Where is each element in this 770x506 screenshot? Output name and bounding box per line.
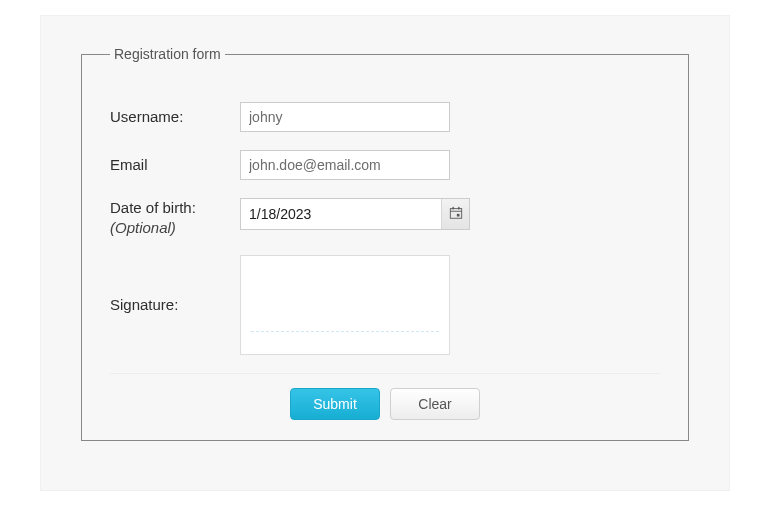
form-separator (110, 373, 660, 374)
row-email: Email (110, 150, 660, 180)
dob-label-wrap: Date of birth: (Optional) (110, 198, 240, 237)
svg-rect-4 (456, 213, 459, 216)
username-label: Username: (110, 107, 240, 127)
clear-button[interactable]: Clear (390, 388, 480, 420)
dob-input[interactable] (241, 199, 441, 229)
svg-rect-3 (458, 206, 459, 209)
email-label: Email (110, 155, 240, 175)
email-input[interactable] (240, 150, 450, 180)
signature-label: Signature: (110, 295, 240, 315)
svg-rect-0 (450, 208, 461, 218)
dob-calendar-button[interactable] (441, 199, 469, 229)
calendar-icon (449, 206, 463, 223)
dob-hint: (Optional) (110, 218, 240, 238)
form-legend: Registration form (110, 46, 225, 62)
svg-rect-2 (452, 206, 453, 209)
row-signature: Signature: (110, 255, 660, 355)
button-row: Submit Clear (110, 388, 660, 420)
submit-button[interactable]: Submit (290, 388, 380, 420)
row-dob: Date of birth: (Optional) (110, 198, 660, 237)
row-username: Username: (110, 102, 660, 132)
username-input[interactable] (240, 102, 450, 132)
signature-pad[interactable] (240, 255, 450, 355)
registration-fieldset: Registration form Username: Email Date o… (81, 46, 689, 441)
dob-label: Date of birth: (110, 198, 240, 218)
dob-datepicker[interactable] (240, 198, 470, 230)
content-panel: Registration form Username: Email Date o… (40, 15, 730, 491)
